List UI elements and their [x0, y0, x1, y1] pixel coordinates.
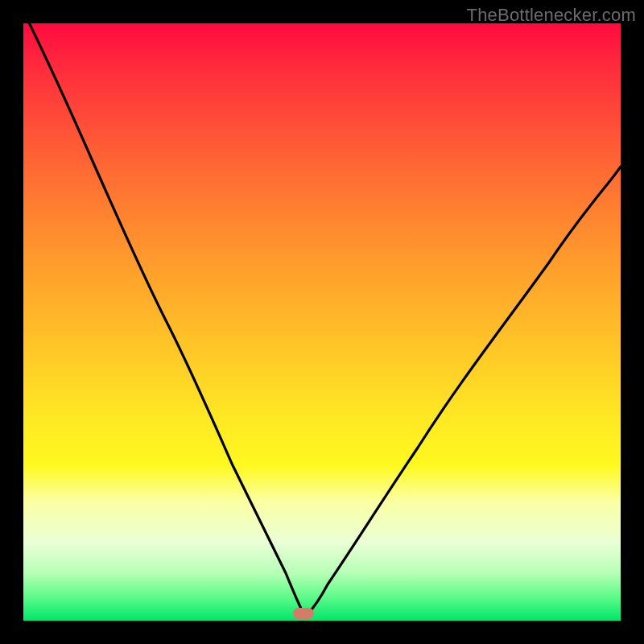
plot-area — [23, 23, 621, 621]
watermark-label: TheBottlenecker.com — [467, 5, 636, 26]
minimum-marker — [293, 608, 314, 619]
bottleneck-curve — [23, 23, 621, 621]
chart-frame: TheBottlenecker.com — [0, 0, 644, 644]
